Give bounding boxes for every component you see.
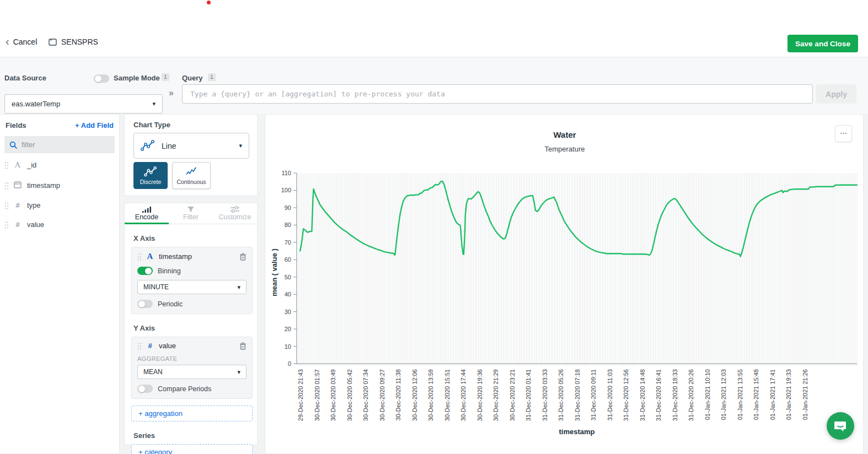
save-and-close-button[interactable]: Save and Close: [787, 35, 858, 52]
chart-builder-page: ‹ Cancel SENSPRS Save and Close Data Sou…: [0, 0, 868, 454]
svg-text:29-Dec-2020 21:43: 29-Dec-2020 21:43: [297, 369, 304, 421]
delete-field-button[interactable]: [239, 342, 247, 350]
svg-text:31-Dec-2020 20:26: 31-Dec-2020 20:26: [688, 369, 694, 421]
tab-customize-label: Customize: [218, 213, 251, 221]
sample-mode-label: Sample Mode: [114, 74, 160, 82]
field-item[interactable]: #type: [0, 197, 119, 213]
y-axis-title: mean ( value ): [270, 240, 278, 306]
field-item[interactable]: #value: [0, 217, 119, 233]
svg-text:31-Dec-2020 09:11: 31-Dec-2020 09:11: [590, 369, 597, 420]
data-source-bar: Data Source Sample Mode i Query i eas.wa…: [0, 57, 868, 114]
chart-options-button[interactable]: ⋯: [835, 125, 852, 142]
fields-list: A_idtimestamp#type#value: [0, 156, 119, 233]
aggregate-select[interactable]: MEAN ▾: [137, 365, 247, 379]
chart-type-select[interactable]: Line ▾: [133, 133, 249, 159]
chart-type-value: Line: [162, 142, 176, 150]
line-chart-plot: 010203040506070809010011029-Dec-2020 21:…: [265, 115, 864, 454]
drag-handle-icon[interactable]: [137, 342, 141, 350]
x-axis-label: X Axis: [133, 234, 257, 242]
svg-text:30-Dec-2020 13:59: 30-Dec-2020 13:59: [427, 369, 434, 421]
caret-down-icon: ▾: [237, 369, 240, 376]
svg-text:30-Dec-2020 21:29: 30-Dec-2020 21:29: [492, 369, 499, 421]
field-filter-input[interactable]: [22, 140, 99, 149]
compare-periods-label: Compare Periods: [158, 385, 211, 393]
drag-handle-icon: [4, 202, 8, 209]
tab-customize[interactable]: Customize: [213, 203, 257, 224]
line-chart-icon: [141, 140, 155, 152]
x-axis-field-name: timestamp: [159, 252, 192, 261]
caret-down-icon: ▾: [152, 100, 156, 107]
chat-bubble-icon: [833, 419, 848, 433]
svg-text:30: 30: [285, 309, 291, 315]
tab-encode[interactable]: Encode: [125, 203, 169, 224]
sample-mode-toggle[interactable]: [94, 74, 109, 83]
dashboard-breadcrumb[interactable]: SENSPRS: [49, 37, 98, 46]
funnel-icon: [187, 206, 195, 213]
svg-text:31-Dec-2020 05:26: 31-Dec-2020 05:26: [558, 369, 564, 421]
query-info-icon[interactable]: i: [208, 73, 216, 81]
apply-button[interactable]: Apply: [816, 84, 856, 104]
chart-preview-panel: 010203040506070809010011029-Dec-2020 21:…: [265, 114, 864, 454]
delete-field-button[interactable]: [239, 253, 247, 261]
sample-mode-info-icon[interactable]: i: [162, 73, 169, 81]
y-axis-label: Y Axis: [133, 324, 257, 332]
subtype-continuous-button[interactable]: Continuous: [172, 162, 211, 189]
svg-text:30-Dec-2020 03:49: 30-Dec-2020 03:49: [330, 369, 336, 421]
svg-text:31-Dec-2020 16:41: 31-Dec-2020 16:41: [655, 369, 662, 421]
caret-down-icon: ▾: [237, 284, 240, 291]
cancel-button[interactable]: ‹ Cancel: [6, 37, 37, 46]
aggregate-value: MEAN: [143, 368, 163, 376]
data-source-select[interactable]: eas.waterTemp ▾: [4, 94, 163, 114]
subtype-discrete-label: Discrete: [140, 179, 162, 185]
svg-text:31-Dec-2020 03:33: 31-Dec-2020 03:33: [542, 369, 548, 421]
data-source-label: Data Source: [4, 74, 46, 82]
discrete-line-icon: [144, 166, 157, 177]
data-source-value: eas.waterTemp: [12, 100, 60, 108]
svg-text:30-Dec-2020 19:36: 30-Dec-2020 19:36: [476, 369, 483, 421]
svg-text:31-Dec-2020 01:41: 31-Dec-2020 01:41: [525, 369, 532, 421]
field-item[interactable]: timestamp: [0, 177, 119, 194]
subtype-discrete-button[interactable]: Discrete: [133, 162, 168, 189]
field-filter-box[interactable]: [4, 136, 115, 153]
tab-filter[interactable]: Filter: [169, 203, 213, 224]
svg-text:31-Dec-2020 11:03: 31-Dec-2020 11:03: [607, 369, 613, 420]
number-type-icon: #: [13, 201, 22, 209]
subtype-continuous-label: Continuous: [176, 179, 206, 185]
svg-text:0: 0: [288, 360, 291, 367]
svg-text:20: 20: [285, 326, 291, 332]
query-input[interactable]: [182, 84, 813, 104]
field-name: _id: [27, 161, 36, 169]
svg-text:30-Dec-2020 15:51: 30-Dec-2020 15:51: [444, 369, 451, 421]
svg-text:01-Jan-2021 19:33: 01-Jan-2021 19:33: [785, 369, 792, 420]
drag-handle-icon: [4, 161, 8, 169]
svg-text:100: 100: [281, 187, 291, 193]
svg-text:31-Dec-2020 07:18: 31-Dec-2020 07:18: [574, 369, 581, 421]
bars-icon: [142, 207, 151, 213]
chevron-left-icon: ‹: [6, 37, 9, 45]
periodic-toggle[interactable]: [137, 300, 153, 308]
chat-launcher-button[interactable]: [827, 412, 854, 440]
dashboard-name: SENSPRS: [61, 37, 98, 46]
svg-text:110: 110: [281, 170, 291, 176]
drag-handle-icon[interactable]: [137, 253, 141, 261]
encode-card: Encode Filter Customize X Axis A timesta…: [124, 203, 258, 445]
svg-text:40: 40: [285, 291, 291, 298]
compare-periods-toggle[interactable]: [137, 385, 153, 393]
svg-text:80: 80: [285, 221, 291, 228]
add-category-button[interactable]: + category: [131, 444, 253, 454]
field-name: type: [27, 201, 41, 209]
number-type-icon: #: [13, 220, 22, 229]
bin-unit-select[interactable]: MINUTE ▾: [137, 280, 247, 294]
field-item[interactable]: A_id: [0, 156, 119, 174]
periodic-label: Periodic: [158, 300, 183, 308]
add-aggregation-button[interactable]: + aggregation: [131, 406, 253, 421]
calendar-icon: [13, 181, 22, 190]
binning-toggle[interactable]: [137, 267, 153, 275]
aggregate-label: AGGREGATE: [137, 355, 247, 362]
trash-icon: [239, 253, 247, 261]
add-field-button[interactable]: + Add Field: [75, 121, 114, 129]
svg-text:30-Dec-2020 01:57: 30-Dec-2020 01:57: [314, 369, 320, 421]
x-axis-field-card: A timestamp Binning MINUTE ▾ Periodic: [131, 247, 253, 314]
ellipsis-icon: ⋯: [840, 129, 847, 137]
string-type-icon: A: [146, 252, 154, 261]
